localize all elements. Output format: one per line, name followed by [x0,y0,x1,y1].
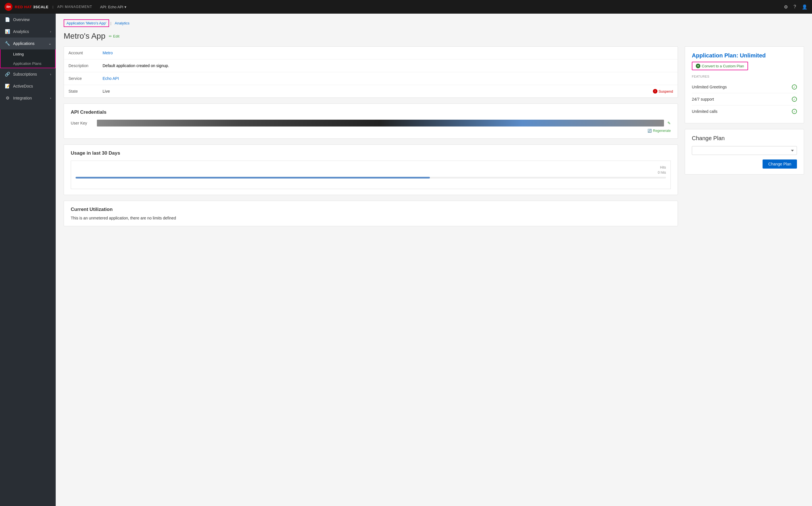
utilization-title: Current Utilization [71,207,671,213]
chart-metric-value: 0 hits [76,171,666,175]
check-icon-calls: ✓ [792,109,797,114]
sidebar-item-analytics[interactable]: 📊 Analytics › [0,25,56,37]
page-title: Metro's App [64,31,105,40]
change-plan-select[interactable]: Unlimited [692,146,797,155]
applications-icon: 🔧 [5,41,10,46]
subscriptions-icon: 🔗 [5,72,10,77]
breadcrumb-app-link[interactable]: Application 'Metro's App' [64,19,109,27]
app-layout: 📄 Overview 📊 Analytics › 🔧 Applications … [0,14,812,506]
sidebar-item-activedocs[interactable]: 📝 ActiveDocs [0,80,56,92]
sidebar-item-label: Subscriptions [13,72,37,76]
usage-card: Usage in last 30 Days Hits 0 hits [64,145,678,195]
nav-right: ⚙ ? 👤 [784,4,807,10]
change-plan-title: Change Plan [685,129,804,142]
sidebar: 📄 Overview 📊 Analytics › 🔧 Applications … [0,14,56,506]
sidebar-item-label: Overview [13,17,29,22]
logo: RH RED HAT 3SCALE | API MANAGEMENT [5,3,92,11]
user-key-value [97,120,664,126]
table-row-state: State Live ! Suspend [64,85,678,98]
applications-submenu: Listing Application Plans [0,50,56,68]
user-key-label: User Key [71,121,94,125]
chevron-down-icon: ▾ [124,5,126,9]
sidebar-item-subscriptions[interactable]: 🔗 Subscriptions › [0,68,56,80]
sidebar-sub-item-application-plans[interactable]: Application Plans [0,59,56,68]
api-credentials-card: API Credentials User Key ✎ 🔄 Regenerat [64,103,678,139]
sidebar-item-overview[interactable]: 📄 Overview [0,14,56,25]
help-icon[interactable]: ? [794,4,796,9]
application-plan-card: Application Plan: Unlimited + Convert to… [685,46,804,123]
api-credentials-title: API Credentials [71,109,671,115]
change-plan-card: Change Plan Unlimited Change Plan [685,129,804,175]
sidebar-item-label: Analytics [13,29,29,34]
service-value[interactable]: Echo API [103,76,119,81]
account-label: Account [64,47,98,60]
state-label: State [64,85,98,98]
nav-left: RH RED HAT 3SCALE | API MANAGEMENT API: … [5,3,126,11]
regenerate-link[interactable]: 🔄 Regenerate [647,129,671,133]
check-icon-greetings: ✓ [792,84,797,90]
chevron-right-icon: › [50,30,51,33]
feature-row-support: 24/7 support ✓ [692,93,797,105]
suspend-icon: ! [653,89,657,93]
chart-bar-track [76,177,666,178]
right-column: Application Plan: Unlimited + Convert to… [685,46,804,175]
service-label: Service [64,72,98,85]
breadcrumb-separator: | [110,21,111,25]
analytics-icon: 📊 [5,29,10,34]
edit-pencil-icon: ✏ [109,34,112,38]
convert-to-custom-plan-button[interactable]: + Convert to a Custom Plan [692,62,748,70]
settings-icon[interactable]: ⚙ [784,4,788,10]
suspend-button[interactable]: ! Suspend [653,89,673,93]
features-label: Features [692,75,797,78]
description-label: Description [64,60,98,72]
table-row-account: Account Metro [64,47,678,60]
chevron-right-icon: › [50,73,51,76]
description-value: Default application created on signup. [98,60,678,72]
feature-row-calls: Unlimited calls ✓ [692,105,797,117]
page-title-row: Metro's App ✏ Edit [64,31,804,40]
state-value: Live [103,89,110,93]
table-row-description: Description Default application created … [64,60,678,72]
breadcrumb-analytics[interactable]: Analytics [112,20,129,26]
plus-circle-icon: + [696,64,700,68]
top-navigation: RH RED HAT 3SCALE | API MANAGEMENT API: … [0,0,812,14]
change-plan-button[interactable]: Change Plan [763,160,797,169]
table-row-service: Service Echo API [64,72,678,85]
sidebar-item-label: Applications [13,41,35,46]
feature-label: Unlimited Greetings [692,85,727,89]
account-value[interactable]: Metro [103,51,113,55]
left-column: Account Metro Description Default applic… [64,46,678,226]
chevron-right-icon: › [50,96,51,100]
regenerate-icon: 🔄 [647,129,652,133]
applications-section: 🔧 Applications ⌄ Listing Application Pla… [0,37,56,68]
two-col-layout: Account Metro Description Default applic… [64,46,804,226]
edit-link[interactable]: ✏ Edit [109,34,119,38]
utilization-card: Current Utilization This is an unmetered… [64,201,678,226]
usage-chart: Hits 0 hits [71,161,671,189]
user-icon[interactable]: 👤 [802,4,807,10]
app-details-card: Account Metro Description Default applic… [64,46,678,98]
sidebar-item-integration[interactable]: ⚙ Integration › [0,92,56,104]
redhat-logo-icon: RH [5,3,12,11]
sub-brand: API MANAGEMENT [58,5,92,9]
plan-title: Application Plan: Unlimited [692,52,797,59]
api-selector[interactable]: API: Echo API ▾ [100,5,126,9]
activedocs-icon: 📝 [5,84,10,89]
app-info-table: Account Metro Description Default applic… [64,47,678,97]
feature-label: Unlimited calls [692,109,717,114]
credential-row: User Key ✎ [71,120,671,126]
sidebar-sub-item-listing[interactable]: Listing [0,50,56,59]
check-icon-support: ✓ [792,97,797,102]
edit-key-icon[interactable]: ✎ [668,121,671,125]
usage-title: Usage in last 30 Days [71,150,671,156]
sidebar-item-applications[interactable]: 🔧 Applications ⌄ [0,37,56,50]
utilization-text: This is an unmetered application, there … [71,216,671,220]
sidebar-item-label: Integration [13,96,32,100]
chevron-down-icon: ⌄ [48,42,51,46]
chart-metric-label: Hits [76,165,666,169]
chart-bar-fill [76,177,430,178]
integration-icon: ⚙ [5,95,10,101]
feature-row-greetings: Unlimited Greetings ✓ [692,81,797,93]
feature-label: 24/7 support [692,97,714,101]
overview-icon: 📄 [5,17,10,22]
